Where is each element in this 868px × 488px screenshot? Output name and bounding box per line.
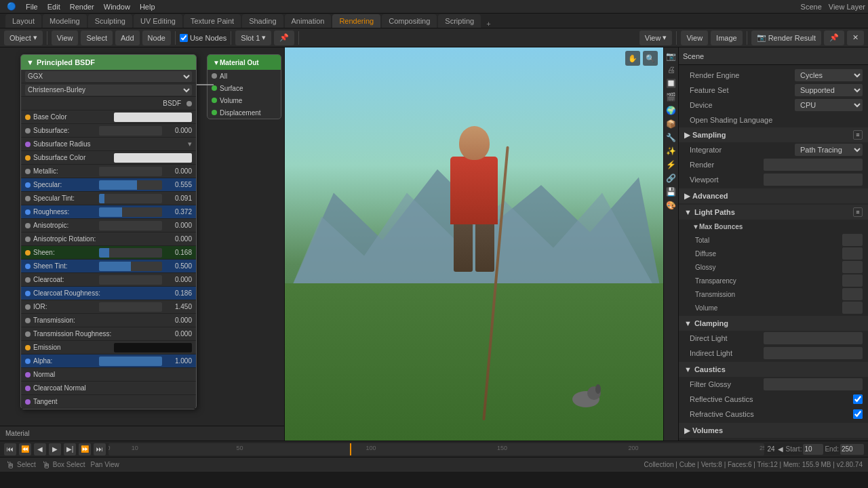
image-btn[interactable]: Image [711,30,743,45]
emission-row[interactable]: Emission [21,341,196,354]
add-workspace-btn[interactable]: + [482,20,494,28]
start-frame-input[interactable] [803,444,823,455]
tangent-row[interactable]: Tangent [21,395,196,409]
end-frame-input[interactable] [840,444,864,455]
integrator-select[interactable]: Path Tracing [795,144,863,156]
render-viewport[interactable]: ✋ 🔍 [285,47,663,441]
render-engine-select[interactable]: Cycles [795,69,863,81]
view-layer-icon[interactable]: 🔲 [665,77,677,89]
mode-select[interactable]: Object ▾ [4,30,43,45]
render-icon[interactable]: 📷 [665,50,677,62]
base-color-input[interactable] [114,113,192,122]
direct-light-input[interactable]: 0.00 [764,332,863,344]
clearcoat-field[interactable] [99,275,162,285]
subsurface-field[interactable] [99,126,162,136]
use-nodes-checkbox[interactable] [180,34,188,42]
device-select[interactable]: CPU [795,99,863,111]
pin-btn[interactable]: 📌 [274,30,294,45]
view-menu-btn[interactable]: View [52,30,79,45]
subsurface-row[interactable]: Subsurface: 0.000 [21,124,196,138]
tab-animation[interactable]: Animation [285,14,332,28]
material-icon[interactable]: 🎨 [665,199,677,211]
add-menu-btn[interactable]: Add [115,30,140,45]
select-menu-btn[interactable]: Select [81,30,113,45]
roughness-bar[interactable] [99,207,162,217]
ior-field[interactable] [99,302,162,312]
view-btn2[interactable]: View [681,30,708,45]
total-input[interactable]: 12 [842,234,863,246]
sheen-bar[interactable] [99,248,162,258]
alpha-bar[interactable] [99,357,162,366]
tab-scripting[interactable]: Scripting [438,14,481,28]
slot-select[interactable]: Slot 1 ▾ [235,30,271,45]
viewport-btn[interactable]: View ▾ [639,30,673,45]
metallic-row[interactable]: Metallic: 0.000 [21,165,196,178]
render-samples-input[interactable]: 3000 [764,159,863,171]
refractive-caustics-checkbox[interactable] [853,409,863,419]
next-keyframe-btn[interactable]: ▶| [64,443,76,455]
file-menu[interactable]: File [22,1,42,12]
emission-color[interactable] [114,343,192,352]
transparency-input[interactable]: 8 [842,274,863,287]
pin-render-btn[interactable]: 📌 [824,30,844,45]
node-area[interactable]: ▼ Principled BSDF GGX Christensen-Burley [0,47,284,441]
use-nodes-label[interactable]: Use Nodes [180,34,226,42]
advanced-header[interactable]: ▶ Advanced [679,188,868,203]
transmission-roughness-row[interactable]: Transmission Roughness: 0.000 [21,327,196,341]
object-icon[interactable]: 📦 [665,118,677,130]
roughness-row[interactable]: Roughness: 0.372 [21,205,196,219]
sampling-header[interactable]: ▶ Sampling ≡ [679,127,868,142]
glossy-input[interactable]: 3 [842,261,863,273]
tab-compositing[interactable]: Compositing [382,14,437,28]
tab-texture-paint[interactable]: Texture Paint [184,14,241,28]
tab-sculpting[interactable]: Sculpting [88,14,132,28]
tab-shading[interactable]: Shading [242,14,283,28]
anisotropic-field[interactable] [99,221,162,230]
particles-icon[interactable]: ✨ [665,145,677,157]
timeline-ruler[interactable]: 0 10 50 100 150 200 250 [108,443,764,455]
node-menu-btn[interactable]: Node [142,30,171,45]
volumes-header[interactable]: ▶ Volumes [679,423,868,438]
subsurface-method-select[interactable]: Christensen-Burley [25,85,192,96]
normal-row[interactable]: Normal [21,368,196,382]
anisotropic-rotation-row[interactable]: Anisotropic Rotation: 0.000 [21,232,196,246]
sheen-tint-row[interactable]: Sheen Tint: 0.500 [21,260,196,273]
prev-keyframe-btn[interactable]: ◀ [34,443,46,455]
play-btn[interactable]: ▶ [49,443,61,455]
tab-rendering[interactable]: Rendering [332,14,380,28]
tab-modeling[interactable]: Modeling [43,14,87,28]
end-btn[interactable]: ⏭ [94,443,106,455]
clearcoat-roughness-row[interactable]: Clearcoat Roughness: 0.186 [21,287,196,300]
alpha-row[interactable]: Alpha: 1.000 [21,354,196,368]
subsurface-color-input[interactable] [114,153,192,163]
clamping-header[interactable]: ▼ Clamping [679,316,868,331]
tab-uv-editing[interactable]: UV Editing [134,14,182,28]
scene-icon[interactable]: 🎬 [665,91,677,103]
specular-tint-bar[interactable] [99,194,162,203]
data-icon[interactable]: 💾 [665,186,677,198]
modifier-icon[interactable]: 🔧 [665,131,677,144]
feature-set-select[interactable]: Supported [795,84,863,96]
viewport-samples-input[interactable]: 300 [764,174,863,186]
edit-menu[interactable]: Edit [43,1,64,12]
world-icon[interactable]: 🌍 [665,104,677,117]
transmission-input[interactable]: 12 [842,288,863,300]
specular-tint-row[interactable]: Specular Tint: 0.091 [21,192,196,205]
indirect-light-input[interactable]: 10.00 [764,347,863,359]
volume-input[interactable]: 1 [842,302,863,314]
reflective-caustics-checkbox[interactable] [853,394,863,404]
overlay-zoom-btn[interactable]: 🔍 [643,51,658,66]
specular-bar[interactable] [99,180,162,190]
tab-layout[interactable]: Layout [5,14,41,28]
light-paths-options-btn[interactable]: ≡ [853,207,863,217]
clearcoat-row[interactable]: Clearcoat: 0.000 [21,273,196,287]
blender-logo[interactable]: 🔵 [3,1,20,12]
help-menu[interactable]: Help [136,1,159,12]
filter-glossy-input[interactable]: 1.00 [764,378,863,390]
anisotropic-row[interactable]: Anisotropic: 0.000 [21,219,196,232]
ior-row[interactable]: IOR: 1.450 [21,300,196,314]
caustics-header[interactable]: ▼ Caustics [679,362,868,377]
next-frame-btn[interactable]: ⏩ [79,443,91,455]
sampling-options-btn[interactable]: ≡ [853,130,863,140]
physics-icon[interactable]: ⚡ [665,159,677,171]
